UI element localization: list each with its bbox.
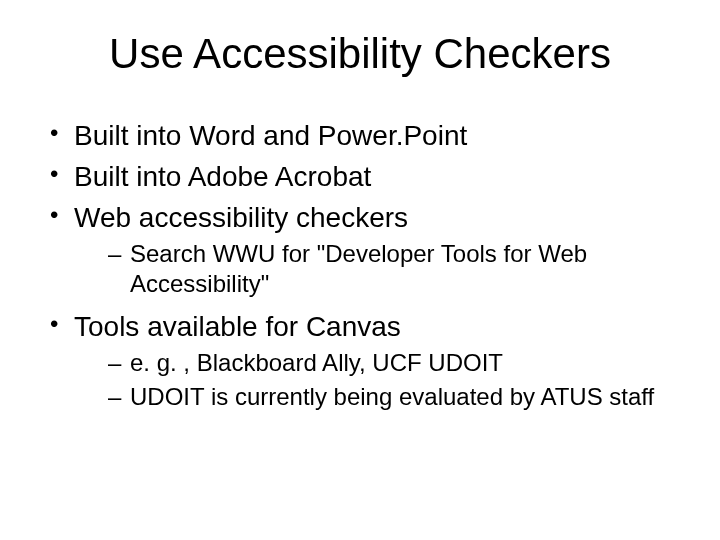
list-item: Built into Adobe Acrobat — [50, 159, 690, 194]
sub-list-item: e. g. , Blackboard Ally, UCF UDOIT — [108, 348, 690, 378]
sub-list-item-text: Search WWU for "Developer Tools for Web … — [130, 240, 587, 297]
list-item: Web accessibility checkers Search WWU fo… — [50, 200, 690, 299]
list-item-text: Web accessibility checkers — [74, 202, 408, 233]
list-item-text: Tools available for Canvas — [74, 311, 401, 342]
sub-list-item: UDOIT is currently being evaluated by AT… — [108, 382, 690, 412]
sub-list-item-text: UDOIT is currently being evaluated by AT… — [130, 383, 654, 410]
slide-title: Use Accessibility Checkers — [30, 30, 690, 78]
sub-list: Search WWU for "Developer Tools for Web … — [74, 239, 690, 299]
slide: Use Accessibility Checkers Built into Wo… — [0, 0, 720, 540]
list-item-text: Built into Word and Power.Point — [74, 120, 467, 151]
list-item: Tools available for Canvas e. g. , Black… — [50, 309, 690, 412]
sub-list: e. g. , Blackboard Ally, UCF UDOIT UDOIT… — [74, 348, 690, 412]
sub-list-item-text: e. g. , Blackboard Ally, UCF UDOIT — [130, 349, 503, 376]
bullet-list: Built into Word and Power.Point Built in… — [30, 118, 690, 412]
list-item-text: Built into Adobe Acrobat — [74, 161, 371, 192]
sub-list-item: Search WWU for "Developer Tools for Web … — [108, 239, 690, 299]
list-item: Built into Word and Power.Point — [50, 118, 690, 153]
